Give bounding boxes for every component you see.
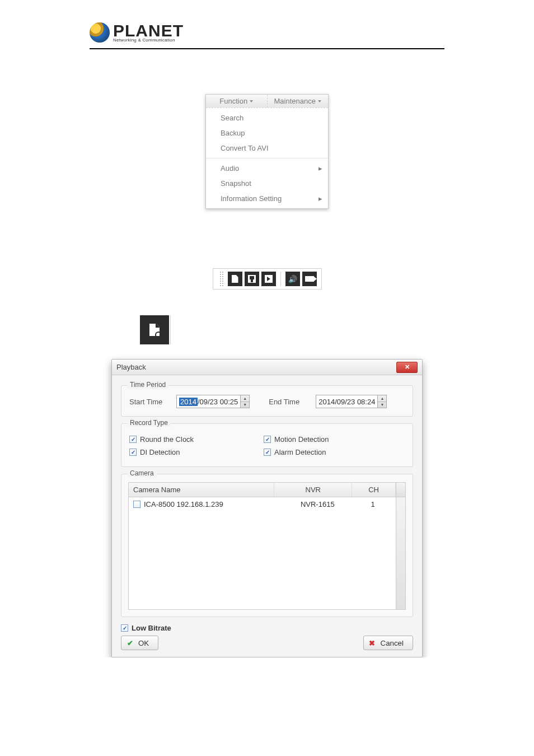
end-time-value: 2014/09/23 08:24 — [318, 398, 375, 406]
checkmark-icon: ✓ — [129, 436, 137, 443]
th-camera-name[interactable]: Camera Name — [129, 483, 274, 497]
playback-dialog: Playback ✕ Time Period Start Time 2014/0… — [111, 359, 423, 657]
menu-item-snapshot[interactable]: Snapshot — [206, 176, 328, 191]
record-type-group: Record Type ✓ Round the Clock ✓ Motion D… — [121, 423, 413, 467]
menu-item-label: Search — [221, 114, 243, 122]
group-legend: Record Type — [127, 419, 171, 427]
spinner-icon[interactable]: ▲▼ — [241, 395, 250, 408]
brand-name: PLANET — [113, 22, 184, 39]
camera-table: Camera Name NVR CH ✓ ICA-8500 192.168.1. — [128, 482, 406, 610]
x-icon: ✖ — [368, 639, 376, 647]
checkmark-icon: ✓ — [264, 449, 271, 456]
low-bitrate-option[interactable]: ✓ Low Bitrate — [121, 624, 413, 632]
spinner-icon[interactable]: ▲▼ — [378, 395, 387, 408]
button-label: Cancel — [381, 639, 404, 647]
table-row[interactable]: ✓ ICA-8500 192.168.1.239 NVR-1615 1 — [129, 497, 396, 511]
brand-tagline: Networking & Communication — [113, 38, 184, 43]
start-time-label: Start Time — [129, 398, 176, 406]
button-label: OK — [138, 639, 149, 647]
chevron-down-icon — [250, 100, 253, 102]
checkbox-icon[interactable]: ✓ — [133, 501, 140, 508]
th-nvr[interactable]: NVR — [274, 483, 352, 497]
scrollbar[interactable] — [396, 497, 405, 609]
checkbox-alarm-detection[interactable]: ✓ Alarm Detection — [264, 448, 398, 456]
cancel-button[interactable]: ✖ Cancel — [363, 636, 414, 650]
tab-label: Function — [219, 97, 247, 105]
checkbox-round-the-clock[interactable]: ✓ Round the Clock — [129, 435, 264, 444]
low-bitrate-label: Low Bitrate — [132, 624, 171, 632]
time-period-group: Time Period Start Time 2014/09/23 00:25 … — [121, 385, 413, 417]
checkbox-label: Round the Clock — [140, 435, 194, 444]
header-rule — [90, 48, 444, 49]
tab-label: Maintenance — [274, 97, 316, 105]
dialog-title: Playback — [116, 363, 146, 371]
chevron-down-icon — [318, 100, 321, 102]
checkmark-icon: ✓ — [264, 436, 271, 443]
file-search-icon[interactable] — [228, 272, 242, 286]
menu-item-convert-to-avi[interactable]: Convert To AVI — [206, 141, 328, 156]
menu-item-label: Backup — [221, 129, 245, 137]
scrollbar-track-header — [396, 483, 405, 497]
end-time-input[interactable]: 2014/09/23 08:24 ▲▼ — [316, 395, 387, 408]
start-time-year-selected: 2014 — [179, 398, 198, 406]
checkbox-di-detection[interactable]: ✓ DI Detection — [129, 448, 264, 456]
menu-item-audio[interactable]: Audio ▸ — [206, 161, 328, 176]
globe-icon — [90, 22, 110, 43]
table-header: Camera Name NVR CH — [129, 483, 405, 497]
chevron-right-icon: ▸ — [318, 164, 322, 172]
menu-item-backup[interactable]: Backup — [206, 125, 328, 141]
chevron-right-icon: ▸ — [318, 194, 322, 203]
brand-logo: PLANET Networking & Communication — [90, 22, 517, 43]
checkbox-motion-detection[interactable]: ✓ Motion Detection — [264, 435, 398, 444]
menu-item-label: Information Setting — [221, 194, 282, 203]
cell-camera-name: ICA-8500 192.168.1.239 — [144, 500, 223, 508]
menu-item-search[interactable]: Search — [206, 110, 328, 125]
speaker-icon[interactable]: 🔊 — [285, 272, 300, 286]
group-legend: Camera — [127, 469, 157, 477]
function-menu-screenshot: Function Maintenance Search Backup Conve… — [205, 94, 329, 209]
menu-item-label: Snapshot — [221, 179, 251, 188]
th-ch[interactable]: CH — [352, 483, 396, 497]
ok-button[interactable]: ✔ OK — [121, 636, 158, 650]
file-search-icon[interactable] — [140, 315, 169, 344]
checkmark-icon: ✓ — [121, 624, 128, 632]
start-time-input[interactable]: 2014/09/23 00:25 ▲▼ — [176, 395, 250, 408]
camera-group: Camera Camera Name NVR CH — [121, 474, 413, 617]
tab-maintenance[interactable]: Maintenance — [268, 95, 329, 108]
menu-item-label: Audio — [221, 164, 239, 172]
tab-function[interactable]: Function — [206, 95, 268, 108]
close-icon: ✕ — [405, 363, 410, 371]
file-save-icon[interactable] — [245, 272, 259, 286]
toolbar-separator — [170, 315, 175, 344]
menu-item-label: Convert To AVI — [221, 144, 269, 152]
end-time-label: End Time — [269, 398, 316, 406]
start-time-rest: /09/23 00:25 — [198, 398, 238, 406]
file-play-icon[interactable] — [261, 272, 276, 286]
menu-item-information-setting[interactable]: Information Setting ▸ — [206, 191, 328, 206]
playback-toolbar: 🔊 — [213, 268, 322, 290]
grip-icon — [220, 272, 223, 286]
camera-icon[interactable] — [302, 272, 317, 286]
checkbox-label: Motion Detection — [274, 435, 329, 444]
group-legend: Time Period — [127, 381, 168, 389]
cell-nvr: NVR-1615 — [280, 500, 354, 508]
checkbox-label: DI Detection — [140, 448, 180, 456]
close-button[interactable]: ✕ — [396, 362, 418, 373]
cell-ch: 1 — [354, 500, 391, 508]
check-icon: ✔ — [126, 639, 134, 647]
checkmark-icon: ✓ — [129, 449, 137, 456]
checkbox-label: Alarm Detection — [274, 448, 326, 456]
toolbar-separator — [280, 272, 281, 286]
